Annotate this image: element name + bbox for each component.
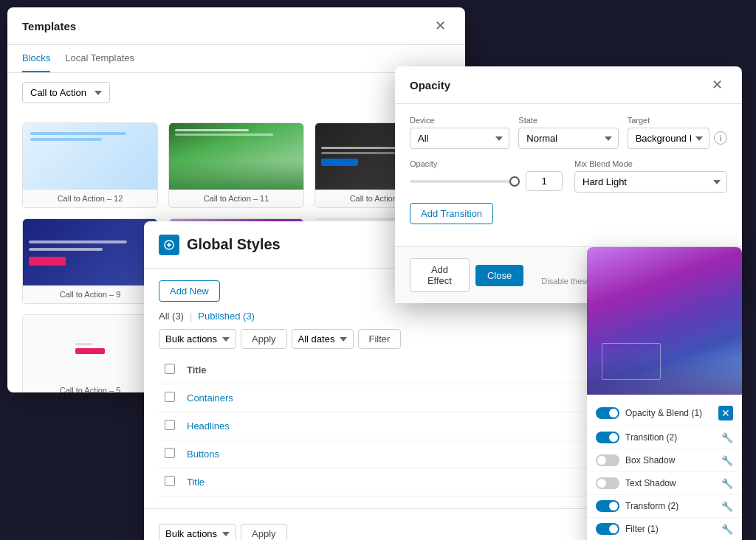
table-row: Headlines <box>159 412 631 440</box>
select-all-checkbox[interactable] <box>165 364 175 374</box>
effect-toggle[interactable] <box>596 523 619 535</box>
effect-name: Transform (2) <box>625 501 678 511</box>
device-select[interactable]: All Desktop Tablet Mobile <box>410 128 509 149</box>
filter-published[interactable]: Published (3) <box>198 311 255 322</box>
effect-right: 🔧 <box>721 478 733 489</box>
effect-toggle[interactable] <box>596 407 619 419</box>
gs-content: Add New All (3) | Published (3) Bulk act… <box>144 269 646 508</box>
bulk-actions-row-bottom: Bulk actions Apply <box>159 524 287 540</box>
info-icon[interactable]: i <box>714 131 727 145</box>
item-link[interactable]: Buttons <box>187 449 219 460</box>
template-label: Call to Action – 12 <box>23 190 157 207</box>
table-row: Containers <box>159 384 631 412</box>
filter-button[interactable]: Filter <box>358 329 402 349</box>
template-card[interactable]: Call to Action – 9 <box>22 218 158 304</box>
table-row: Title <box>159 468 631 496</box>
effect-toggle[interactable] <box>596 432 619 443</box>
template-card[interactable]: Call to Action – 12 <box>22 122 158 208</box>
target-select[interactable]: Background Image Text Border <box>628 128 709 149</box>
slider-container <box>410 171 563 191</box>
effects-panel: Opacity & Blend (1) ✕ Transition (2) 🔧 <box>587 247 742 540</box>
gs-footer: Bulk actions Apply 3 items <box>144 508 646 540</box>
gs-title: Global Styles <box>187 236 281 253</box>
target-field: Target Background Image Text Border <box>628 116 709 149</box>
device-label: Device <box>410 116 509 125</box>
templates-close-button[interactable]: ✕ <box>430 18 450 34</box>
wrench-icon[interactable]: 🔧 <box>721 478 733 489</box>
template-card[interactable]: Call to Action – 11 <box>168 122 304 208</box>
item-link[interactable]: Headlines <box>187 420 230 432</box>
target-label: Target <box>628 116 709 125</box>
close-button[interactable]: Close <box>475 265 523 286</box>
device-field: Device All Desktop Tablet Mobile <box>410 116 509 149</box>
effect-left: Filter (1) <box>596 523 659 535</box>
add-new-button[interactable]: Add New <box>159 280 220 302</box>
bulk-actions-row: Bulk actions Apply All dates Filter <box>159 329 631 349</box>
effects-list: Opacity & Blend (1) ✕ Transition (2) 🔧 <box>587 395 742 540</box>
gs-icon <box>159 235 179 255</box>
state-select[interactable]: Normal Hover Active Focus <box>518 128 618 149</box>
effect-item: Text Shadow 🔧 <box>587 472 742 495</box>
opacity-close-button[interactable]: ✕ <box>707 77 727 93</box>
effect-toggle[interactable] <box>596 500 619 512</box>
opacity-title: Opacity <box>410 79 450 91</box>
templates-dialog-title: Templates <box>22 20 76 32</box>
blend-mode-field: Mix Blend Mode Normal Multiply Screen Ov… <box>574 159 727 193</box>
row-checkbox[interactable] <box>165 448 175 458</box>
row-checkbox[interactable] <box>165 392 175 402</box>
effect-toggle-thumb <box>597 456 606 465</box>
effect-name: Opacity & Blend (1) <box>625 408 702 418</box>
template-type-select[interactable]: Call to Action <box>22 82 110 103</box>
wrench-icon[interactable]: 🔧 <box>721 501 733 512</box>
effect-left: Text Shadow <box>596 477 676 489</box>
bulk-actions-select[interactable]: Bulk actions <box>159 329 236 349</box>
opacity-blend-row: Opacity Mix Blend Mode Normal Multiply S… <box>410 159 727 193</box>
bulk-actions-select-bottom[interactable]: Bulk actions <box>159 524 236 540</box>
filter-all[interactable]: All (3) <box>159 311 184 322</box>
tab-blocks[interactable]: Blocks <box>22 45 50 72</box>
effect-toggle-thumb <box>609 525 618 533</box>
effect-toggle-thumb <box>609 433 618 442</box>
add-transition-button[interactable]: Add Transition <box>410 203 493 224</box>
effect-toggle-thumb <box>609 502 618 510</box>
title-column-header: Title <box>181 356 631 384</box>
effect-delete-button[interactable]: ✕ <box>718 406 733 420</box>
row-checkbox[interactable] <box>165 420 175 430</box>
templates-dialog-header: Templates ✕ <box>7 7 465 45</box>
apply-button[interactable]: Apply <box>241 329 287 349</box>
effect-right: ✕ <box>718 406 733 420</box>
item-link[interactable]: Containers <box>187 392 233 404</box>
wrench-icon[interactable]: 🔧 <box>721 432 733 443</box>
opacity-slider[interactable] <box>410 180 520 183</box>
state-field: State Normal Hover Active Focus <box>518 116 618 149</box>
add-effect-button[interactable]: Add Effect <box>410 258 470 292</box>
effect-toggle[interactable] <box>596 477 619 489</box>
wrench-icon[interactable]: 🔧 <box>721 455 733 466</box>
tab-local-templates[interactable]: Local Templates <box>65 45 134 72</box>
date-select[interactable]: All dates <box>292 329 354 349</box>
effect-name: Box Shadow <box>625 455 675 465</box>
opacity-value-input[interactable] <box>526 171 563 191</box>
row-checkbox[interactable] <box>165 476 175 486</box>
effect-toggle[interactable] <box>596 454 619 466</box>
effect-left: Transform (2) <box>596 500 678 512</box>
item-link[interactable]: Title <box>187 477 205 488</box>
effect-right: 🔧 <box>721 501 733 512</box>
effect-toggle-thumb <box>597 479 606 488</box>
table-row: Buttons <box>159 440 631 468</box>
items-table: Title Containers Headlines Buttons <box>159 356 631 496</box>
apply-button-bottom[interactable]: Apply <box>241 524 287 540</box>
template-card[interactable]: Call to Action – 5 <box>22 314 158 392</box>
effect-right: 🔧 <box>721 455 733 466</box>
footer-buttons: Add Effect Close <box>410 258 523 292</box>
wrench-icon[interactable]: 🔧 <box>721 524 733 535</box>
effect-right: 🔧 <box>721 432 733 443</box>
filter-row: All (3) | Published (3) <box>159 311 631 322</box>
blend-mode-select[interactable]: Normal Multiply Screen Overlay Hard Ligh… <box>574 171 727 193</box>
template-label: Call to Action – 11 <box>169 190 303 207</box>
target-field-wrap: Target Background Image Text Border i <box>628 116 727 149</box>
opacity-body: Device All Desktop Tablet Mobile State N… <box>395 104 742 246</box>
effect-item: Transform (2) 🔧 <box>587 495 742 518</box>
opacity-label: Opacity <box>410 159 563 168</box>
effect-toggle-thumb <box>609 409 618 418</box>
